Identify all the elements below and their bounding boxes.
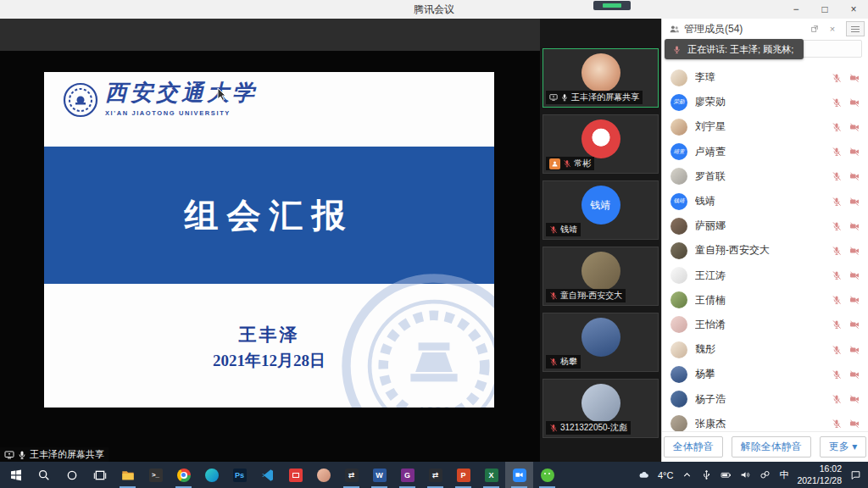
- member-row[interactable]: 荣勋廖荣勋: [670, 90, 860, 114]
- maximize-button[interactable]: □: [810, 0, 839, 19]
- taskbar-excel[interactable]: X: [477, 462, 505, 488]
- camera-muted-icon[interactable]: [849, 221, 860, 231]
- member-row[interactable]: 张康杰: [670, 412, 860, 431]
- mic-muted-icon[interactable]: [832, 270, 842, 280]
- taskbar-powerpoint[interactable]: P: [449, 462, 477, 488]
- taskbar-g-app[interactable]: G: [393, 462, 421, 488]
- member-row[interactable]: 刘宇星: [670, 114, 860, 139]
- camera-muted-icon[interactable]: [849, 97, 860, 108]
- ime-indicator[interactable]: 中: [779, 469, 788, 481]
- thumbnail-participant[interactable]: 常彬: [542, 114, 659, 174]
- more-button[interactable]: 更多 ▾: [820, 436, 866, 458]
- taskbar-tencent-meeting[interactable]: [505, 462, 533, 488]
- member-row[interactable]: 童自翔-西安交大: [670, 238, 860, 263]
- minimize-button[interactable]: −: [782, 0, 810, 19]
- mic-muted-icon[interactable]: [832, 295, 842, 305]
- mic-muted-icon[interactable]: [832, 369, 842, 380]
- mic-muted-icon[interactable]: [832, 419, 842, 429]
- mic-muted-icon[interactable]: [832, 221, 842, 231]
- search-icon: [37, 469, 51, 482]
- mic-muted-icon[interactable]: [832, 394, 842, 404]
- mic-muted-icon[interactable]: [832, 97, 842, 108]
- avatar: [581, 318, 620, 357]
- member-row[interactable]: 罗首联: [670, 164, 860, 189]
- mic-muted-icon[interactable]: [832, 246, 842, 256]
- thumbnail-screen-share[interactable]: 王丰泽的屏幕共享: [542, 48, 659, 108]
- camera-muted-icon[interactable]: [849, 394, 860, 404]
- camera-muted-icon[interactable]: [849, 345, 860, 355]
- mic-muted-icon[interactable]: [832, 345, 842, 355]
- usb-icon[interactable]: [701, 469, 712, 480]
- close-panel-icon[interactable]: ×: [826, 22, 839, 36]
- tray-date: 2021/12/28: [797, 475, 842, 486]
- member-row[interactable]: 杨攀: [670, 362, 860, 386]
- task-view-button[interactable]: [86, 462, 114, 488]
- taskbar-wechat[interactable]: [533, 462, 561, 488]
- clock[interactable]: 16:02 2021/12/28: [797, 463, 842, 485]
- taskbar-file-explorer[interactable]: [114, 462, 142, 488]
- unmute-all-button[interactable]: 解除全体静音: [732, 436, 811, 458]
- mic-muted-icon[interactable]: [832, 122, 842, 132]
- member-row[interactable]: 萨丽娜: [670, 214, 860, 238]
- camera-muted-icon[interactable]: [849, 319, 860, 330]
- screen-share-toolbar-pill[interactable]: [593, 1, 631, 10]
- taskbar-dark-app-2[interactable]: ⇄: [421, 462, 449, 488]
- taskbar-search-button[interactable]: [30, 462, 58, 488]
- mic-muted-icon[interactable]: [832, 73, 842, 83]
- member-row[interactable]: 王怡淆: [670, 313, 860, 337]
- member-row[interactable]: 魏彤: [670, 337, 860, 362]
- powerpoint-icon: P: [457, 469, 470, 482]
- start-button[interactable]: [2, 462, 30, 488]
- photoshop-icon: Ps: [233, 469, 247, 482]
- close-button[interactable]: ×: [839, 0, 868, 19]
- thumbnail-participant[interactable]: 钱靖 钱靖: [542, 180, 659, 240]
- camera-muted-icon[interactable]: [849, 246, 860, 256]
- member-row[interactable]: 靖萱卢靖萱: [670, 140, 860, 164]
- camera-muted-icon[interactable]: [849, 295, 860, 305]
- camera-muted-icon[interactable]: [849, 122, 860, 132]
- popout-panel-icon[interactable]: [808, 22, 821, 36]
- taskbar-dark-app-1[interactable]: ⇄: [337, 462, 365, 488]
- speaker-icon[interactable]: [740, 469, 751, 480]
- camera-muted-icon[interactable]: [849, 147, 860, 157]
- shared-screen-top-band: [0, 19, 540, 51]
- taskbar-red-app[interactable]: [281, 462, 309, 488]
- show-hidden-icons-chevron[interactable]: [682, 469, 693, 480]
- mic-muted-icon[interactable]: [832, 319, 842, 330]
- taskbar-vscode[interactable]: [253, 462, 281, 488]
- taskbar-photoshop[interactable]: Ps: [225, 462, 253, 488]
- taskbar-word[interactable]: W: [365, 462, 393, 488]
- member-row[interactable]: 钱靖钱靖: [670, 189, 860, 214]
- mic-speaking-icon: [672, 45, 682, 54]
- cortana-button[interactable]: [58, 462, 86, 488]
- mic-muted-icon[interactable]: [832, 197, 842, 207]
- taskbar-chrome[interactable]: [170, 462, 198, 488]
- thumbnail-label: 钱靖: [560, 224, 577, 236]
- video-thumbnail-strip: 王丰泽的屏幕共享 常彬 钱靖 钱靖: [540, 19, 661, 462]
- taskbar-terminal[interactable]: >_: [142, 462, 170, 488]
- panel-menu-icon[interactable]: [846, 21, 865, 36]
- link-device-icon[interactable]: [760, 469, 771, 480]
- member-row[interactable]: 杨子浩: [670, 386, 860, 411]
- taskbar-edge[interactable]: [198, 462, 225, 488]
- action-center-icon[interactable]: [850, 469, 861, 480]
- thumbnail-participant[interactable]: 3121322050-沈彪: [542, 379, 659, 438]
- camera-muted-icon[interactable]: [849, 197, 860, 207]
- camera-muted-icon[interactable]: [849, 270, 860, 280]
- thumbnail-participant[interactable]: 杨攀: [542, 313, 659, 372]
- battery-icon[interactable]: [721, 469, 732, 480]
- member-row[interactable]: 李璋: [670, 65, 860, 90]
- member-row[interactable]: 王江涛: [670, 263, 860, 288]
- camera-muted-icon[interactable]: [849, 171, 860, 181]
- taskbar-avatar-app[interactable]: [309, 462, 337, 488]
- camera-muted-icon[interactable]: [849, 73, 860, 83]
- mute-all-button[interactable]: 全体静音: [664, 436, 723, 458]
- member-row[interactable]: 王倩楠: [670, 288, 860, 313]
- weather-cloud-icon[interactable]: [638, 469, 649, 480]
- mic-muted-icon[interactable]: [832, 147, 842, 157]
- mic-muted-icon[interactable]: [832, 171, 842, 181]
- camera-muted-icon[interactable]: [849, 419, 860, 429]
- thumbnail-participant[interactable]: 童自翔-西安交大: [542, 247, 659, 306]
- weather-temperature[interactable]: 4°C: [658, 470, 673, 480]
- camera-muted-icon[interactable]: [849, 369, 860, 380]
